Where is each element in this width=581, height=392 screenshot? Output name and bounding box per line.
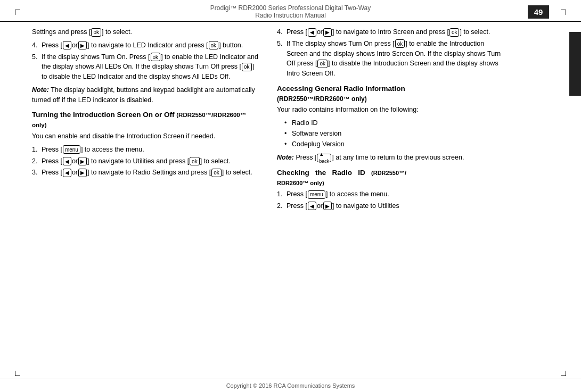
- radio-id-step-2: 2. Press [◀or▶] to navigate to Utilities: [277, 201, 506, 211]
- settings-intro: Settings and press [ok] to select.: [32, 27, 261, 37]
- note-back: Note: Press [▲back] at any time to retur…: [277, 153, 506, 163]
- intro-step-1: 1. Press [menu] to access the menu.: [32, 145, 261, 155]
- ok-btn-icon: ok: [91, 28, 101, 37]
- note-led: Note: The display backlight, buttons and…: [32, 85, 261, 105]
- intro-step-num-3: 3.: [32, 168, 37, 178]
- right-item-4: 4. Press [◀or▶] to navigate to Intro Scr…: [277, 27, 506, 37]
- menu-btn-1: menu: [63, 145, 80, 154]
- right-num-5: 5.: [277, 39, 282, 49]
- nav-right-2: ▶: [78, 157, 87, 165]
- general-info-bullets: Radio ID Software version Codeplug Versi…: [277, 118, 506, 149]
- corner-mark-br: [561, 371, 566, 376]
- right-item-5: 5. If The display shows Turn On press [o…: [277, 39, 506, 79]
- back-btn: ▲back: [317, 154, 331, 162]
- corner-mark-tl: [15, 10, 20, 15]
- general-info-intro: Your radio contains information on the f…: [277, 105, 506, 115]
- right-column: 4. Press [◀or▶] to navigate to Intro Scr…: [277, 27, 506, 373]
- page-number: 49: [528, 5, 549, 19]
- radio-id-heading: Checking the Radio ID (RDR2550™/RDR2600™…: [277, 168, 506, 188]
- intro-screen-intro: You can enable and disable the Introduct…: [32, 131, 261, 141]
- intro-step-num-2: 2.: [32, 156, 37, 166]
- intro-screen-subtitle: (RDR2550™/RDR2600™ only): [32, 112, 246, 128]
- header-title: Prodigi™ RDR2000 Series Professional Dig…: [204, 4, 377, 19]
- radio-id-steps: 1. Press [menu] to access the menu. 2. P…: [277, 189, 506, 211]
- nav-right-3: ▶: [78, 169, 87, 177]
- page-container: Prodigi™ RDR2000 Series Professional Dig…: [0, 0, 581, 392]
- corner-mark-tr: [561, 10, 566, 15]
- intro-step-2: 2. Press [◀or▶] to navigate to Utilities…: [32, 156, 261, 166]
- ok-btn-r5: ok: [395, 39, 405, 48]
- radio-id-num-1: 1.: [277, 189, 282, 199]
- menu-btn-rid1: menu: [308, 190, 325, 199]
- ok-btn-4: ok: [209, 41, 219, 49]
- note-bold-label-2: Note:: [277, 154, 294, 161]
- general-info-subtitle: (RDR2550™/RDR2600™ only): [277, 95, 506, 103]
- bullet-software-version: Software version: [284, 128, 506, 139]
- note-bold-label: Note:: [32, 86, 49, 94]
- intro-screen-steps: 1. Press [menu] to access the menu. 2. P…: [32, 145, 261, 178]
- list-item-4: 4. Press [◀or▶] to navigate to LED Indic…: [32, 40, 261, 51]
- radio-id-step-1: 1. Press [menu] to access the menu.: [277, 189, 506, 199]
- bullet-codeplug: Codeplug Version: [284, 139, 506, 149]
- nav-left-r4: ◀: [308, 28, 316, 37]
- intro-step-3: 3. Press [◀or▶] to navigate to Radio Set…: [32, 168, 261, 178]
- left-column: Settings and press [ok] to select. 4. Pr…: [32, 27, 261, 373]
- right-continued-list: 4. Press [◀or▶] to navigate to Intro Scr…: [277, 27, 506, 79]
- content-area: Settings and press [ok] to select. 4. Pr…: [0, 22, 581, 379]
- nav-right-r4: ▶: [323, 28, 332, 37]
- intro-screen-heading: Turning the Introduction Screen On or Of…: [32, 110, 261, 130]
- list-item-5: 5. If the display shows Turn On. Press […: [32, 52, 261, 82]
- nav-left-3: ◀: [63, 169, 71, 177]
- ok-btn-r4: ok: [449, 28, 460, 37]
- nav-left-icon: ◀: [63, 41, 71, 49]
- nav-right-rid2: ▶: [323, 202, 332, 210]
- radio-id-num-2: 2.: [277, 201, 282, 211]
- ok-btn-5b: ok: [242, 63, 252, 71]
- nav-left-rid2: ◀: [308, 202, 316, 210]
- nav-right-icon: ▶: [78, 41, 87, 49]
- list-num-4: 4.: [32, 40, 37, 51]
- ok-btn-5: ok: [151, 53, 161, 61]
- ok-btn-step3: ok: [211, 169, 222, 177]
- bullet-radio-id: Radio ID: [284, 118, 506, 128]
- copyright-text: Copyright © 2016 RCA Communications Syst…: [226, 382, 355, 389]
- radio-id-subtitle: (RDR2550™/RDR2600™ only): [277, 170, 406, 186]
- corner-mark-bl: [15, 371, 20, 376]
- ok-btn-step2: ok: [190, 157, 200, 165]
- intro-step-num-1: 1.: [32, 145, 37, 155]
- list-num-5: 5.: [32, 52, 37, 62]
- ok-btn-r5b: ok: [317, 60, 328, 68]
- right-tab: [569, 32, 581, 96]
- general-info-heading: Accessing General Radio Information: [277, 84, 506, 94]
- right-num-4: 4.: [277, 27, 282, 37]
- page-header: Prodigi™ RDR2000 Series Professional Dig…: [0, 0, 581, 22]
- page-footer: Copyright © 2016 RCA Communications Syst…: [0, 379, 581, 392]
- left-numbered-list: 4. Press [◀or▶] to navigate to LED Indic…: [32, 40, 261, 82]
- nav-left-2: ◀: [63, 157, 71, 165]
